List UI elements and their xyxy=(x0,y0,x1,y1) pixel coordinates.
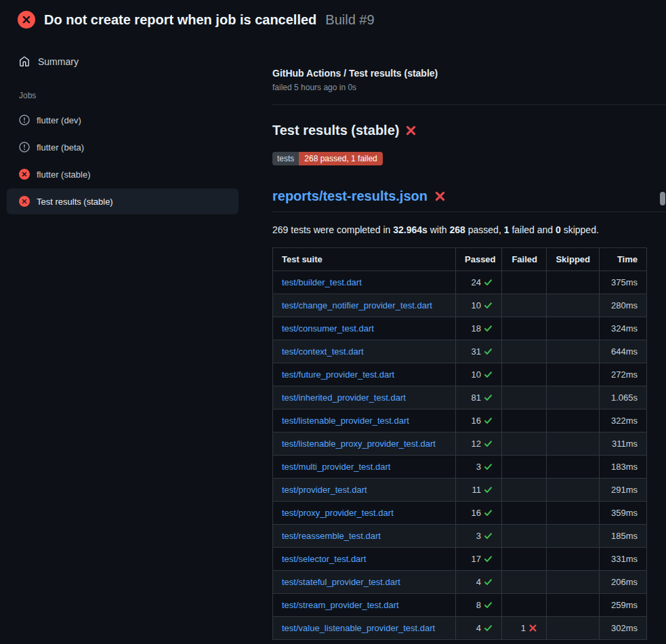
passed-count: 16 xyxy=(472,508,481,518)
sidebar-item-summary[interactable]: Summary xyxy=(7,50,238,73)
table-row: test/stream_provider_test.dart 8 259ms xyxy=(273,594,647,617)
passed-count: 10 xyxy=(472,300,481,310)
skipped-count xyxy=(547,548,600,571)
table-row: test/listenable_provider_test.dart 16 32… xyxy=(273,409,647,432)
suite-time: 280ms xyxy=(600,294,647,317)
skipped-count xyxy=(547,363,600,386)
suite-time: 291ms xyxy=(600,479,647,502)
check-icon xyxy=(484,393,493,402)
table-row: test/provider_test.dart 11 291ms xyxy=(273,479,647,502)
table-row: test/reassemble_test.dart 3 185ms xyxy=(273,525,647,548)
run-status-line: failed 5 hours ago in 0s xyxy=(272,83,666,92)
check-icon xyxy=(484,462,493,471)
passed-count: 10 xyxy=(472,369,481,380)
sidebar-job-label: Test results (stable) xyxy=(37,197,113,207)
skipped-count xyxy=(547,479,600,502)
suite-link[interactable]: test/listenable_provider_test.dart xyxy=(282,416,409,426)
check-icon xyxy=(484,508,493,517)
skipped-count xyxy=(547,409,600,432)
skipped-count xyxy=(547,432,600,456)
failed-x-icon xyxy=(405,125,417,136)
skipped-count xyxy=(547,271,600,294)
skipped-count xyxy=(547,340,600,363)
check-icon xyxy=(484,370,493,379)
badge-label: tests xyxy=(272,152,299,165)
skipped-count xyxy=(547,617,600,640)
suite-time: 183ms xyxy=(600,456,647,479)
check-icon xyxy=(484,601,493,609)
suite-link[interactable]: test/stream_provider_test.dart xyxy=(282,600,399,610)
passed-count: 17 xyxy=(472,554,481,564)
check-icon xyxy=(484,624,493,632)
table-row: test/change_notifier_provider_test.dart … xyxy=(273,294,647,317)
check-icon xyxy=(484,278,493,287)
sidebar-job-item[interactable]: flutter (stable) xyxy=(7,161,238,187)
table-row: test/builder_test.dart 24 375ms xyxy=(273,271,647,294)
home-icon xyxy=(19,56,30,67)
skipped-count xyxy=(547,502,600,525)
sidebar-job-label: flutter (stable) xyxy=(37,169,90,180)
table-row: test/listenable_proxy_provider_test.dart… xyxy=(273,432,647,456)
suite-link[interactable]: test/listenable_proxy_provider_test.dart xyxy=(282,439,436,449)
suite-link[interactable]: test/multi_provider_test.dart xyxy=(282,462,390,472)
build-number: Build #9 xyxy=(325,11,374,28)
suite-time: 359ms xyxy=(600,502,647,525)
passed-count: 12 xyxy=(472,439,481,449)
skipped-count xyxy=(547,525,600,548)
sidebar-job-item[interactable]: flutter (dev) xyxy=(7,107,238,133)
table-row: test/multi_provider_test.dart 3 183ms xyxy=(273,456,647,479)
suite-time: 1.065s xyxy=(600,386,647,409)
breadcrumb: GitHub Actions / Test results (stable) xyxy=(272,68,666,79)
suite-link[interactable]: test/context_test.dart xyxy=(282,346,364,357)
suite-link[interactable]: test/inherited_provider_test.dart xyxy=(282,393,406,403)
passed-count: 16 xyxy=(472,416,481,426)
sidebar-job-item[interactable]: Test results (stable) xyxy=(7,188,238,214)
suite-link[interactable]: test/consumer_test.dart xyxy=(282,323,374,334)
suite-link[interactable]: test/selector_test.dart xyxy=(282,554,366,564)
jobs-heading: Jobs xyxy=(7,91,238,100)
report-link[interactable]: reports/test-results.json xyxy=(272,188,428,204)
x-mark-icon xyxy=(528,624,537,632)
table-row: test/selector_test.dart 17 331ms xyxy=(273,548,647,571)
results-table: Test suite Passed Failed Skipped Time te… xyxy=(272,247,647,640)
check-icon xyxy=(484,347,493,356)
alert-circle-icon xyxy=(19,115,30,125)
table-header-row: Test suite Passed Failed Skipped Time xyxy=(273,248,647,271)
run-title: Do not create report when job is cancell… xyxy=(44,11,316,28)
table-row: test/future_provider_test.dart 10 272ms xyxy=(273,363,647,386)
check-icon xyxy=(484,324,493,333)
suite-time: 644ms xyxy=(600,340,647,363)
check-icon xyxy=(484,531,493,540)
check-icon xyxy=(484,416,493,425)
col-header-passed: Passed xyxy=(456,248,502,271)
suite-time: 302ms xyxy=(600,617,647,640)
suite-time: 322ms xyxy=(600,409,647,432)
scrollbar-thumb[interactable] xyxy=(660,192,665,205)
passed-count: 18 xyxy=(472,323,481,334)
suite-link[interactable]: test/builder_test.dart xyxy=(282,277,362,287)
suite-time: 324ms xyxy=(600,317,647,340)
suite-link[interactable]: test/reassemble_test.dart xyxy=(282,531,381,541)
suite-link[interactable]: test/stateful_provider_test.dart xyxy=(282,577,400,587)
suite-link[interactable]: test/proxy_provider_test.dart xyxy=(282,508,394,518)
failed-x-icon xyxy=(434,190,446,202)
check-icon xyxy=(484,439,493,448)
skipped-count xyxy=(547,317,600,340)
skipped-count xyxy=(547,571,600,594)
check-icon xyxy=(484,578,493,586)
summary-sentence: 269 tests were completed in 32.964s with… xyxy=(272,224,666,235)
table-row: test/context_test.dart 31 644ms xyxy=(273,340,647,363)
col-header-skipped: Skipped xyxy=(547,248,600,271)
suite-time: 206ms xyxy=(600,571,647,594)
suite-link[interactable]: test/change_notifier_provider_test.dart xyxy=(282,300,432,310)
suite-link[interactable]: test/future_provider_test.dart xyxy=(282,369,394,380)
suite-link[interactable]: test/provider_test.dart xyxy=(282,485,367,495)
sidebar-job-label: flutter (dev) xyxy=(37,115,81,125)
passed-count: 24 xyxy=(472,277,481,287)
section-title: Test results (stable) xyxy=(272,123,399,138)
table-row: test/consumer_test.dart 18 324ms xyxy=(273,317,647,340)
suite-link[interactable]: test/value_listenable_provider_test.dart xyxy=(282,623,435,633)
sidebar-job-label: flutter (beta) xyxy=(37,142,84,153)
sidebar-job-item[interactable]: flutter (beta) xyxy=(7,134,238,160)
skipped-count xyxy=(547,294,600,317)
